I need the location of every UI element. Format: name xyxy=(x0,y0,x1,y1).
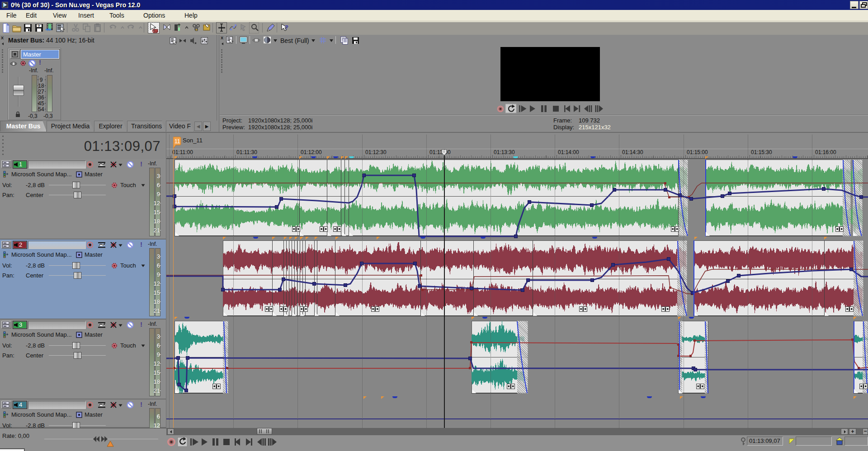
svg-text:11: 11 xyxy=(175,138,180,145)
svg-text:?: ? xyxy=(38,24,40,28)
svg-text:?: ? xyxy=(285,24,288,31)
